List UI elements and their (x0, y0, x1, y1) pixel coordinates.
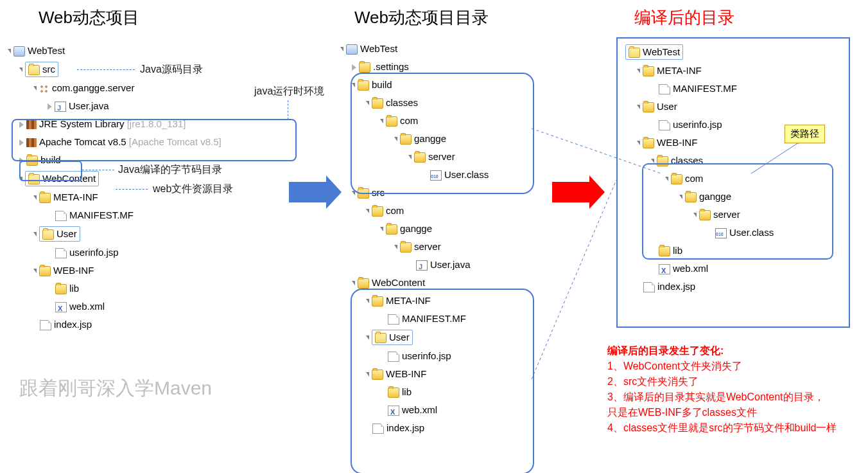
node-userclass[interactable]: User.class (340, 166, 489, 184)
node-gangge[interactable]: gangge (340, 130, 489, 148)
node-label: User (56, 228, 77, 239)
node-label: web.xml (402, 404, 437, 415)
arrow-red (552, 182, 591, 202)
node-userjava[interactable]: User.java (340, 256, 489, 274)
node-webxml[interactable]: web.xml (8, 298, 221, 316)
annot-line-runtime (288, 100, 288, 120)
tree-mid: WebTest .settings build classes com gang… (340, 40, 489, 437)
notes-heading: 编译后的目录发生了变化: (607, 343, 837, 359)
node-project[interactable]: WebTest (625, 42, 774, 62)
node-userinfo[interactable]: userinfo.jsp (340, 347, 489, 365)
node-label: WebTest (360, 43, 397, 54)
node-manifest[interactable]: MANIFEST.MF (340, 310, 489, 328)
node-userinfo[interactable]: userinfo.jsp (625, 116, 774, 134)
node-settings[interactable]: .settings (340, 58, 489, 76)
folder-icon (372, 296, 383, 307)
library-icon (26, 120, 37, 129)
node-label: lib (69, 283, 79, 294)
node-server[interactable]: server (340, 148, 489, 166)
node-src[interactable]: src (340, 184, 489, 202)
package-icon (39, 84, 49, 93)
node-label: WebTest (643, 46, 680, 57)
node-label: Apache Tomcat v8.5 (39, 136, 129, 147)
node-label: build (40, 154, 61, 165)
node-tomcat[interactable]: Apache Tomcat v8.5 [Apache Tomcat v8.5] (8, 133, 221, 151)
node-classes[interactable]: classes (625, 152, 774, 170)
node-server2[interactable]: server (340, 238, 489, 256)
node-label: index.jsp (657, 281, 695, 292)
file-icon (372, 424, 384, 434)
node-webxml[interactable]: web.xml (625, 260, 774, 278)
folder-icon (28, 65, 40, 75)
folder-icon (26, 156, 38, 166)
folder-icon (400, 242, 412, 253)
class-icon (715, 228, 727, 238)
node-metainf[interactable]: META-INF (625, 62, 774, 80)
node-webcontent[interactable]: WebContent (340, 274, 489, 292)
node-gangge2[interactable]: gangge (340, 220, 489, 238)
node-server[interactable]: server (625, 206, 774, 224)
node-label: lib (673, 245, 682, 256)
node-label: JRE System Library (39, 118, 127, 129)
svg-line-1 (532, 180, 616, 379)
node-userjava[interactable]: User.java (8, 97, 221, 115)
node-metainf[interactable]: META-INF (340, 292, 489, 310)
node-webinf[interactable]: WEB-INF (8, 262, 221, 280)
node-project[interactable]: WebTest (340, 40, 489, 58)
node-label: WebContent (372, 277, 425, 288)
node-label: classes (386, 97, 418, 108)
node-gangge[interactable]: gangge (625, 188, 774, 206)
folder-icon (375, 333, 386, 343)
red-notes: 编译后的目录发生了变化: 1、WebContent文件夹消失了 2、src文件夹… (607, 343, 837, 436)
node-user[interactable]: User (340, 328, 489, 347)
node-webinf[interactable]: WEB-INF (340, 365, 489, 383)
folder-icon (388, 388, 399, 398)
annot-runtime: java运行时环境 (254, 85, 324, 98)
node-label: com.gangge.server (52, 82, 134, 93)
folder-icon (55, 284, 67, 294)
java-icon (55, 102, 66, 112)
node-manifest[interactable]: MANIFEST.MF (8, 206, 221, 224)
node-userinfo[interactable]: userinfo.jsp (8, 244, 221, 262)
node-manifest[interactable]: MANIFEST.MF (625, 80, 774, 98)
node-label: build (372, 79, 392, 90)
node-project[interactable]: WebTest (8, 42, 221, 60)
node-index[interactable]: index.jsp (8, 316, 221, 334)
node-package[interactable]: com.gangge.server (8, 79, 221, 97)
node-com[interactable]: com (625, 170, 774, 188)
folder-icon (386, 116, 397, 127)
node-webinf[interactable]: WEB-INF (625, 134, 774, 152)
file-icon (55, 248, 67, 258)
node-label: server (713, 209, 740, 220)
node-classes[interactable]: classes (340, 94, 489, 112)
node-lib[interactable]: lib (8, 280, 221, 298)
node-jre[interactable]: JRE System Library [jre1.8.0_131] (8, 115, 221, 133)
xml-icon (659, 264, 670, 274)
tree-right: WebTest META-INF MANIFEST.MF User userin… (625, 42, 774, 296)
node-version: [Apache Tomcat v8.5] (129, 136, 221, 147)
node-label: User.java (69, 100, 109, 111)
folder-icon (39, 193, 51, 203)
folder-icon (659, 246, 670, 256)
node-com2[interactable]: com (340, 202, 489, 220)
folder-icon (39, 266, 51, 276)
title-left: Web动态项目 (39, 6, 139, 29)
folder-icon (699, 210, 711, 220)
node-userclass[interactable]: User.class (625, 224, 774, 242)
folder-icon (28, 174, 40, 184)
node-com[interactable]: com (340, 112, 489, 130)
node-user[interactable]: User (8, 224, 221, 244)
folder-icon (359, 62, 370, 73)
folder-icon (643, 102, 654, 112)
node-lib[interactable]: lib (625, 242, 774, 260)
node-build[interactable]: build (340, 76, 489, 94)
annot-web: web文件资源目录 (153, 183, 233, 196)
node-user[interactable]: User (625, 98, 774, 116)
node-index[interactable]: index.jsp (625, 278, 774, 296)
node-index[interactable]: index.jsp (340, 419, 489, 437)
node-label: META-INF (657, 65, 702, 76)
node-lib[interactable]: lib (340, 383, 489, 401)
node-label: User (389, 332, 410, 343)
node-label: WEB-INF (53, 265, 94, 276)
node-webxml[interactable]: web.xml (340, 401, 489, 419)
